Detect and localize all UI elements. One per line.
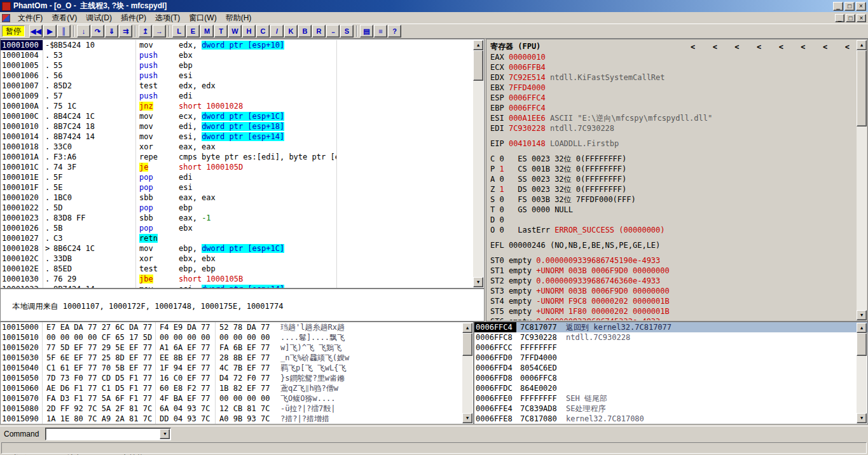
disasm-row[interactable]: 10001020. 1BC0sbbeax, eax <box>1 193 473 203</box>
scroll-thumb[interactable] <box>473 50 483 81</box>
register-line[interactable]: C 0 ES 0023 32位 0(FFFFFFFF) <box>486 154 867 164</box>
register-line[interactable]: O 0 LastErr ERROR_SUCCESS (00000000) <box>486 225 867 235</box>
register-line[interactable]: EDI 7C930228 ntdll.7C930228 <box>486 123 867 133</box>
disasm-row[interactable]: 10001010. 8B7C24 18movedi, dword ptr [es… <box>1 121 473 132</box>
pause-button[interactable]: ║ <box>57 25 71 37</box>
register-line[interactable]: S 0 FS 003B 32位 7FFDF000(FFF) <box>486 194 867 205</box>
fpu-bank-chevron[interactable]: < <box>734 43 739 51</box>
fpu-bank-chevron[interactable]: < <box>823 43 827 51</box>
disasm-row[interactable]: 1000101E. 5Fpopedi <box>1 172 473 182</box>
help-button[interactable]: ? <box>388 25 401 37</box>
register-line[interactable]: ST1 empty +UNORM 003B 0006F9D0 00000000 <box>486 266 867 276</box>
hexdump-row[interactable]: 1001501000 00 00 00 CF 65 17 5D00 00 00 … <box>1 332 473 343</box>
stack-row[interactable]: 0006FFE0FFFFFFFFSEH 链尾部 <box>474 393 867 404</box>
disasm-row[interactable]: 10001023. 83D8 FFsbbeax, -1 <box>1 213 473 223</box>
scroll-up-icon[interactable]: ▲ <box>857 40 867 50</box>
disasm-row[interactable]: 10001032. 8B7424 14movesi, dword ptr [es… <box>1 284 473 289</box>
scroll-down-icon[interactable]: ▼ <box>857 310 867 320</box>
disasm-row[interactable]: 10001022. 5Dpopebp <box>1 203 473 213</box>
threads-window-button[interactable]: T <box>214 25 228 37</box>
disasm-row[interactable]: 10001006. 56pushesi <box>1 71 473 81</box>
hexdump-row[interactable]: 1001502077 5D EF 77 29 5E EF 77A1 6A EF … <box>1 343 473 353</box>
cpu-window-button[interactable]: C <box>256 25 270 37</box>
disasm-row[interactable]: 1000102E. 85EDtestebp, ebp <box>1 264 473 274</box>
patches-window-button[interactable]: / <box>270 25 284 37</box>
disasm-row[interactable]: 1000100C. 8B4C24 1Cmovecx, dword ptr [es… <box>1 111 473 121</box>
disasm-row[interactable]: 10001030. 76 29jbeshort 1000105B <box>1 274 473 284</box>
hexdump-row[interactable]: 10015000E7 EA DA 77 27 6C DA 77F4 E9 DA … <box>1 322 473 332</box>
fpu-bank-chevron[interactable]: < <box>691 43 695 51</box>
child-minimize-button[interactable]: _ <box>835 14 844 22</box>
register-line[interactable]: ESP 0006FFC4 <box>486 93 867 103</box>
log-window-button[interactable]: L <box>172 25 186 37</box>
menu-item[interactable]: 调试(D) <box>81 12 116 24</box>
restore-button[interactable]: □ <box>844 2 855 11</box>
animate-into-button[interactable]: ⇓ <box>105 25 118 37</box>
register-line[interactable]: A 0 SS 0023 32位 0(FFFFFFFF) <box>486 174 867 184</box>
scroll-down-icon[interactable]: ▼ <box>462 413 472 423</box>
combo-dropdown-icon[interactable]: ▼ <box>160 429 170 439</box>
hexdump-row[interactable]: 10015070FA D3 F1 77 5A 6F F1 774F BA EF … <box>1 393 473 404</box>
register-line[interactable]: ST3 empty +UNORM 003B 0006F9D0 00000000 <box>486 286 867 296</box>
call-stack-window-button[interactable]: K <box>284 25 298 37</box>
hexdump-row[interactable]: 10015060AE D6 F1 77 C1 D5 F1 7760 E8 F2 … <box>1 383 473 393</box>
handles-window-button[interactable]: H <box>242 25 256 37</box>
disasm-row[interactable]: 10001009. 57pushedi <box>1 91 473 101</box>
scroll-down-icon[interactable]: ▼ <box>473 277 483 287</box>
menu-item[interactable]: 选项(T) <box>151 12 184 24</box>
animate-over-button[interactable]: ⇉ <box>119 25 132 37</box>
hexdump-row[interactable]: 100150507D 73 F0 77 CD D5 F1 7716 C0 EF … <box>1 373 473 383</box>
stack-row[interactable]: 0006FFD48054C6ED <box>474 363 867 373</box>
scroll-up-icon[interactable]: ▲ <box>857 323 867 333</box>
disasm-row[interactable]: 10001018. 33C0xoreax, eax <box>1 142 473 152</box>
fpu-bank-chevron[interactable]: < <box>779 43 783 51</box>
hexdump-row[interactable]: 100150802D FF 92 7C 5A 2F 81 7C6A 04 93 … <box>1 404 473 414</box>
menu-item[interactable]: 帮助(H) <box>221 12 256 24</box>
disasm-row[interactable]: 10001004. 53pushebx <box>1 50 473 60</box>
app-icon[interactable] <box>2 2 11 11</box>
scroll-thumb[interactable] <box>857 50 867 126</box>
register-line[interactable]: EAX 00000010 <box>486 52 867 62</box>
step-over-button[interactable]: ↷ <box>91 25 104 37</box>
scroll-up-icon[interactable]: ▲ <box>473 40 483 50</box>
hexdump-row[interactable]: 10015040C1 61 EF 77 70 5B EF 771F 94 EF … <box>1 363 473 373</box>
scroll-up-icon[interactable]: ▲ <box>462 323 472 333</box>
register-line[interactable]: EBX 7FFD4000 <box>486 83 867 93</box>
disasm-row[interactable]: 1000100A. 75 1Cjnzshort 10001028 <box>1 101 473 111</box>
child-restore-button[interactable]: □ <box>846 14 855 22</box>
registers-scrollbar[interactable]: ▲▼ <box>857 40 867 320</box>
hexdump-scrollbar[interactable]: ▲▼ <box>462 323 472 423</box>
fpu-bank-chevron[interactable]: < <box>713 43 717 51</box>
debugging-options-button[interactable]: ▤ <box>360 25 373 37</box>
step-into-button[interactable]: ↓ <box>77 25 90 37</box>
stack-row[interactable]: 0006FFC47C817077返回到 kernel32.7C817077 <box>474 322 867 332</box>
appearance-button[interactable]: ≡ <box>374 25 387 37</box>
disasm-row[interactable]: 1000102C. 33DBxorebx, ebx <box>1 254 473 264</box>
memory-window-button[interactable]: M <box>200 25 214 37</box>
register-line[interactable]: D 0 <box>486 215 867 225</box>
register-line[interactable]: ESI 000A1EE6 ASCII "E:\逆向\mfcspy\mfcspyd… <box>486 113 867 123</box>
command-input[interactable] <box>46 429 160 439</box>
register-line[interactable]: EFL 00000246 (NO,NB,E,BE,NS,PE,GE,LE) <box>486 240 867 250</box>
register-line[interactable]: ST5 empty +UNORM 1F80 00000202 0000001B <box>486 306 867 316</box>
run-button[interactable]: ▶ <box>43 25 57 37</box>
scroll-thumb[interactable] <box>462 333 472 356</box>
register-line[interactable]: ST0 empty 0.0000009339686745190e-4933 <box>486 255 867 266</box>
disasm-row[interactable]: 10001014. 8B7424 14movesi, dword ptr [es… <box>1 132 473 142</box>
execute-till-return-button[interactable]: ↥ <box>139 25 152 37</box>
register-line[interactable]: T 0 GS 0000 NULL <box>486 205 867 215</box>
stack-scrollbar[interactable]: ▲▼ <box>857 323 867 423</box>
register-line[interactable]: EBP 0006FFC4 <box>486 103 867 113</box>
disasm-row[interactable]: 10001028> 8B6C24 1Cmovebp, dword ptr [es… <box>1 243 473 254</box>
windows-window-button[interactable]: W <box>228 25 242 37</box>
register-line[interactable]: ST4 empty -UNORM F9C8 00000202 0000001B <box>486 296 867 306</box>
stack-row[interactable]: 0006FFD80006FFC8 <box>474 373 867 383</box>
menu-item[interactable]: 窗口(W) <box>184 12 221 24</box>
scroll-down-icon[interactable]: ▼ <box>857 413 867 423</box>
stack-row[interactable]: 0006FFDC864E0020 <box>474 383 867 393</box>
fpu-bank-chevron[interactable]: < <box>801 43 805 51</box>
breakpoints-window-button[interactable]: B <box>298 25 312 37</box>
run-trace-window-button[interactable]: ... <box>326 25 340 37</box>
hexdump-row[interactable]: 100150901A 1E 80 7C A9 2A 81 7CDD 04 93 … <box>1 414 473 424</box>
disasm-row[interactable]: 10001027. C3retn <box>1 233 473 243</box>
